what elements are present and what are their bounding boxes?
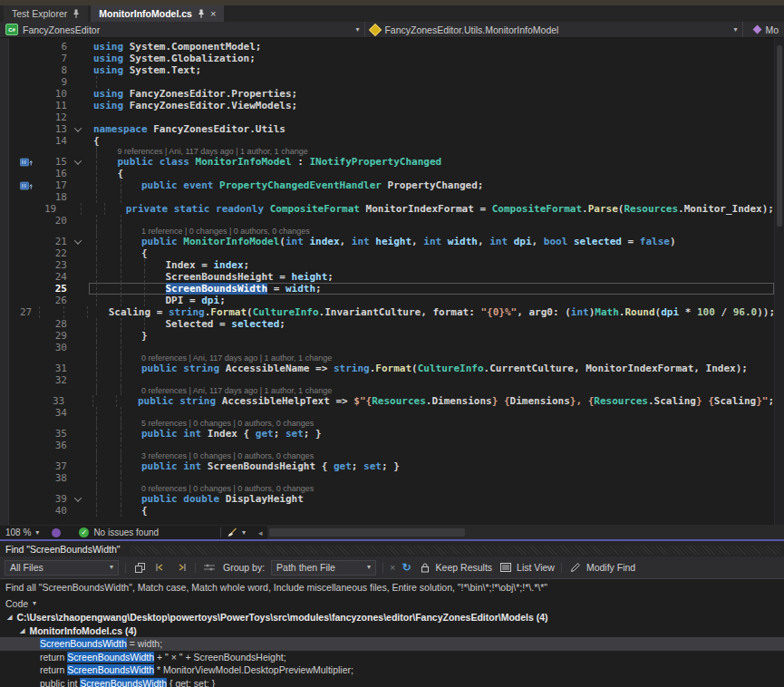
code-editor[interactable]: 6using System.ComponentModel;7using Syst…: [0, 38, 784, 525]
code-line[interactable]: 21public MonitorInfoModel(int index, int…: [9, 236, 774, 247]
find-result-group[interactable]: ◢C:\Users\zhaopengwang\Desktop\powertoys…: [0, 611, 784, 624]
fold-chevron-icon[interactable]: [67, 239, 89, 245]
code-line[interactable]: 15public class MonitorInfoModel : INotif…: [9, 156, 774, 168]
codelens-row[interactable]: 9 references | Ani, 117 days ago | 1 aut…: [9, 147, 774, 156]
panel-drag-texture[interactable]: [130, 546, 780, 555]
code-line[interactable]: 19private static readonly CompositeForma…: [9, 203, 774, 215]
close-icon[interactable]: ×: [210, 9, 216, 19]
code-line[interactable]: 7using System.Globalization;: [9, 53, 774, 64]
code-cleanup-icon[interactable]: [226, 527, 237, 538]
code-line[interactable]: 14{: [9, 135, 774, 147]
code-line[interactable]: 35public int Index { get; set; }: [9, 428, 774, 440]
code-filter-dropdown[interactable]: Code ▾: [0, 596, 784, 611]
fold-chevron-icon[interactable]: [67, 497, 89, 502]
code-line[interactable]: 26DPI = dpi;: [9, 295, 774, 306]
code-line[interactable]: 6using System.ComponentModel;: [9, 41, 774, 53]
codelens-row[interactable]: 0 references | 0 changes | 0 authors, 0 …: [9, 484, 774, 493]
code-line[interactable]: 39public double DisplayHeight: [9, 493, 774, 505]
codelens-row[interactable]: 1 reference | 0 changes | 0 authors, 0 c…: [9, 227, 774, 236]
modify-find-button[interactable]: Modify Find: [568, 560, 635, 575]
expand-triangle-icon[interactable]: ◢: [20, 627, 24, 634]
horizontal-scrollbar[interactable]: [267, 526, 784, 539]
code-line[interactable]: 23Index = index;: [9, 259, 774, 271]
result-text: return: [40, 652, 67, 663]
code-line[interactable]: 13namespace FancyZonesEditor.Utils: [9, 123, 774, 135]
list-view-button[interactable]: List View: [498, 560, 555, 575]
code-line[interactable]: 38: [9, 472, 774, 484]
code-line[interactable]: 17public event PropertyChangedEventHandl…: [9, 179, 774, 191]
code-line[interactable]: 25ScreenBoundsWidth = width;: [9, 283, 774, 295]
inheritance-margin-icon[interactable]: [9, 181, 44, 190]
fold-chevron-icon[interactable]: [67, 160, 89, 165]
vertical-scrollbar-thumb[interactable]: [777, 45, 782, 227]
code-line[interactable]: 29}: [9, 330, 774, 342]
previous-location-icon[interactable]: [153, 560, 168, 575]
code-line[interactable]: 12: [9, 111, 774, 123]
tab-test-explorer[interactable]: Test Explorer: [4, 5, 88, 22]
code-line[interactable]: 8using System.Text;: [9, 64, 774, 76]
indent-guide: [121, 283, 121, 295]
refresh-icon[interactable]: ↻: [402, 562, 411, 573]
indent-guide: [63, 306, 64, 318]
group-by-dropdown[interactable]: Path then File ▾: [271, 560, 376, 576]
code-line[interactable]: 40{: [9, 505, 774, 517]
codelens-row[interactable]: 3 references | 0 changes | 0 authors, 0 …: [9, 451, 774, 460]
tab-monitorinfomodel-label: MonitorInfoModel.cs: [99, 8, 192, 19]
filter-settings-icon[interactable]: [202, 560, 217, 575]
codelens-row[interactable]: 5 references | 0 changes | 0 authors, 0 …: [9, 419, 774, 428]
code-line[interactable]: 33public string AccessibleHelpText => $"…: [9, 395, 774, 407]
chevron-down-icon[interactable]: ▾: [242, 529, 246, 537]
code-text: using FancyZonesEditor.Properties;: [89, 88, 774, 100]
code-line[interactable]: 10using FancyZonesEditor.Properties;: [9, 88, 774, 100]
code-line[interactable]: 16{: [9, 168, 774, 179]
code-text: public string AccessibleHelpText => $"{R…: [85, 395, 774, 407]
scope-dropdown[interactable]: All Files ▾: [5, 560, 119, 576]
code-line[interactable]: 22{: [9, 247, 774, 259]
copy-results-icon[interactable]: [132, 560, 147, 575]
code-line[interactable]: 28Selected = selected;: [9, 318, 774, 330]
vertical-scrollbar[interactable]: [774, 38, 784, 525]
type-dropdown[interactable]: FancyZonesEditor.Utils.MonitorInfoModel …: [365, 22, 743, 37]
project-dropdown[interactable]: C# FancyZonesEditor ▾: [0, 22, 365, 37]
scroll-left-arrow-icon[interactable]: ◂: [258, 528, 263, 537]
horizontal-scrollbar-thumb[interactable]: [269, 528, 466, 537]
zoom-level[interactable]: 108 %: [5, 527, 31, 537]
code-line[interactable]: 18: [9, 191, 774, 203]
code-line[interactable]: 32: [9, 374, 774, 386]
issues-status-text[interactable]: No issues found: [93, 527, 159, 537]
inheritance-margin-icon[interactable]: [9, 158, 44, 167]
code-line[interactable]: 20: [9, 215, 774, 227]
code-line[interactable]: 11using FancyZonesEditor.ViewModels;: [9, 100, 774, 111]
tab-monitorinfomodel[interactable]: MonitorInfoModel.cs ×: [91, 5, 224, 22]
code-line[interactable]: 27Scaling = string.Format(CultureInfo.In…: [9, 306, 774, 318]
line-number: 30: [44, 342, 67, 353]
expand-triangle-icon[interactable]: ◢: [7, 614, 12, 621]
codelens-row[interactable]: 0 references | Ani, 117 days ago | 1 aut…: [9, 386, 774, 395]
indent-guide: [121, 451, 121, 460]
codelens-row[interactable]: 0 references | Ani, 117 days ago | 1 aut…: [9, 353, 774, 363]
indent-guide: [96, 460, 97, 472]
find-result-group[interactable]: ◢MonitorInfoModel.cs (4): [0, 624, 784, 638]
clear-results-icon[interactable]: ×: [390, 562, 395, 573]
document-health-icon[interactable]: [52, 528, 61, 537]
code-line[interactable]: 31public string AccessibleName => string…: [9, 363, 774, 374]
indent-guide: [96, 484, 97, 493]
find-panel-header[interactable]: Find "ScreenBoundsWidth": [0, 541, 784, 556]
fold-chevron-icon[interactable]: [67, 127, 89, 132]
pin-icon[interactable]: [73, 9, 80, 18]
chevron-down-icon[interactable]: ▾: [35, 529, 39, 537]
code-line[interactable]: 36: [9, 440, 774, 451]
keep-results-toggle[interactable]: Keep Results: [418, 560, 492, 575]
find-result-row[interactable]: return ScreenBoundsWidth * MonitorViewMo…: [0, 663, 784, 677]
code-line[interactable]: 24ScreenBoundsHeight = height;: [9, 271, 774, 283]
member-dropdown[interactable]: Mo: [743, 22, 784, 37]
find-result-row[interactable]: ScreenBoundsWidth = width;: [0, 637, 784, 651]
find-result-row[interactable]: public int ScreenBoundsWidth { get; set;…: [0, 677, 784, 687]
pin-icon[interactable]: [198, 9, 205, 18]
next-location-icon[interactable]: [174, 560, 189, 575]
code-line[interactable]: 34: [9, 407, 774, 419]
code-line[interactable]: 9: [9, 76, 774, 88]
code-line[interactable]: 37public int ScreenBoundsHeight { get; s…: [9, 460, 774, 472]
find-result-row[interactable]: return ScreenBoundsWidth + " × " + Scree…: [0, 651, 784, 664]
code-line[interactable]: 30: [9, 342, 774, 353]
